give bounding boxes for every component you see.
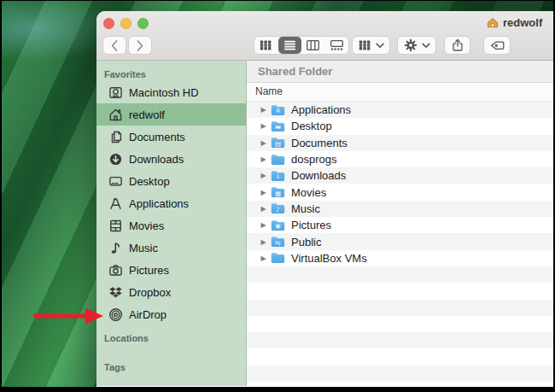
sidebar-item-movies[interactable]: Movies — [96, 214, 246, 237]
group-icon — [359, 40, 371, 50]
gear-icon — [404, 38, 418, 52]
sidebar-section-label-locations: Locations — [96, 331, 246, 345]
sidebar-section-label-favorites: Favorites — [96, 67, 246, 81]
sidebar-item-label: Music — [129, 242, 158, 255]
dropbox-icon — [108, 285, 123, 300]
sidebar-item-label: Downloads — [129, 153, 184, 166]
sidebar-item-downloads[interactable]: Downloads — [96, 148, 246, 170]
file-row-downloads[interactable]: ▶↓Downloads — [247, 167, 553, 184]
folder-applications-icon: A — [271, 104, 285, 116]
gallery-view-button[interactable] — [325, 37, 349, 54]
disclosure-triangle-icon[interactable]: ▶ — [259, 172, 268, 179]
zoom-button[interactable] — [137, 18, 149, 29]
disclosure-triangle-icon[interactable]: ▶ — [259, 122, 268, 130]
disclosure-triangle-icon[interactable]: ▶ — [259, 106, 268, 114]
icon-view-button[interactable] — [254, 37, 278, 54]
share-button[interactable] — [444, 36, 470, 55]
sidebar: FavoritesMacintosh HDredwolfDocumentsDow… — [96, 61, 247, 386]
file-row-desktop[interactable]: ▶▬Desktop — [247, 118, 553, 134]
file-row-pictures[interactable]: ▶◉Pictures — [247, 217, 553, 233]
sidebar-item-redwolf[interactable]: redwolf — [96, 103, 246, 126]
folder-music-icon: ♪ — [271, 202, 285, 214]
red-arrow-annotation — [27, 302, 108, 330]
folder-plain-icon — [271, 154, 285, 166]
sidebar-item-label: Dropbox — [129, 286, 171, 299]
sidebar-item-label: Applications — [129, 197, 189, 210]
desktop-wallpaper: redwolf — [2, 1, 553, 387]
file-row-movies[interactable]: ▶▦Movies — [247, 184, 553, 200]
disclosure-triangle-icon[interactable]: ▶ — [259, 221, 268, 229]
sidebar-item-applications[interactable]: Applications — [96, 192, 246, 214]
screenshot-frame: redwolf — [0, 0, 555, 392]
list-view-button[interactable] — [278, 37, 302, 54]
desktop-icon — [108, 174, 123, 189]
sidebar-item-label: AirDrop — [129, 308, 166, 321]
file-name-label: Downloads — [291, 169, 346, 182]
window-title[interactable]: redwolf — [487, 16, 542, 29]
window-title-label: redwolf — [503, 16, 542, 29]
tag-icon — [490, 39, 505, 52]
sidebar-item-music[interactable]: Music — [96, 237, 246, 259]
file-row-documents[interactable]: ▶▤Documents — [247, 135, 553, 151]
column-header-name[interactable]: Name — [247, 83, 553, 102]
folder-public-icon: ⇆ — [271, 236, 285, 248]
action-button[interactable] — [397, 36, 436, 55]
disclosure-triangle-icon[interactable]: ▶ — [259, 238, 268, 246]
sidebar-item-documents[interactable]: Documents — [96, 126, 246, 148]
titlebar[interactable]: redwolf — [96, 11, 553, 61]
sidebar-section-label-tags: Tags — [96, 360, 246, 374]
column-view-button[interactable] — [301, 37, 325, 54]
view-mode-segmented-control — [254, 36, 349, 55]
disclosure-triangle-icon[interactable]: ▶ — [259, 155, 268, 163]
music-icon — [108, 241, 123, 255]
chevron-down-icon — [422, 43, 430, 49]
sidebar-item-label: Movies — [129, 219, 164, 232]
forward-button[interactable] — [128, 36, 152, 55]
sidebar-item-label: Desktop — [129, 175, 170, 188]
tag-button[interactable] — [483, 36, 511, 55]
movies-icon — [108, 219, 123, 233]
disclosure-triangle-icon[interactable]: ▶ — [259, 139, 268, 147]
back-button[interactable] — [102, 36, 126, 55]
sidebar-item-label: Pictures — [129, 264, 169, 277]
disclosure-triangle-icon[interactable]: ▶ — [259, 205, 268, 213]
file-row-dosprogs[interactable]: ▶dosprogs — [247, 151, 553, 167]
folder-plain-icon — [271, 252, 285, 264]
documents-icon — [108, 130, 123, 144]
file-row-applications[interactable]: ▶AApplications — [247, 102, 553, 118]
folder-desktop-icon: ▬ — [271, 120, 285, 132]
file-row-public[interactable]: ▶⇆Public — [247, 233, 553, 249]
sidebar-item-desktop[interactable]: Desktop — [96, 170, 246, 192]
file-name-label: VirtualBox VMs — [291, 252, 367, 265]
pictures-icon — [108, 263, 123, 278]
file-name-label: Music — [291, 202, 320, 215]
sidebar-item-label: Macintosh HD — [129, 86, 199, 99]
file-name-label: Public — [291, 236, 321, 249]
group-button[interactable] — [352, 36, 390, 55]
disclosure-triangle-icon[interactable]: ▶ — [259, 189, 268, 196]
file-name-label: Pictures — [291, 219, 331, 231]
minimize-button[interactable] — [120, 18, 131, 29]
sidebar-item-airdrop[interactable]: AirDrop — [96, 303, 246, 325]
folder-pictures-icon: ◉ — [271, 219, 285, 231]
folder-documents-icon: ▤ — [271, 137, 285, 149]
nav-buttons — [102, 36, 152, 55]
file-name-label: Documents — [291, 137, 348, 149]
traffic-lights — [103, 18, 149, 29]
path-header: Shared Folder — [247, 61, 553, 83]
macintosh-hd-icon — [108, 85, 123, 100]
share-icon — [452, 38, 464, 52]
file-list-pane: Shared Folder Name ▶AApplications▶▬Deskt… — [247, 61, 553, 386]
file-row-music[interactable]: ▶♪Music — [247, 201, 553, 217]
home-proxy-icon — [487, 17, 499, 28]
sidebar-item-dropbox[interactable]: Dropbox — [96, 281, 246, 303]
file-name-label: Movies — [291, 186, 326, 199]
disclosure-triangle-icon[interactable]: ▶ — [259, 255, 268, 262]
sidebar-item-macintosh-hd[interactable]: Macintosh HD — [96, 81, 246, 103]
file-row-virtualbox-vms[interactable]: ▶VirtualBox VMs — [247, 250, 553, 266]
folder-downloads-icon: ↓ — [271, 170, 285, 182]
file-name-label: dosprogs — [291, 153, 336, 166]
chevron-down-icon — [376, 43, 384, 49]
sidebar-item-pictures[interactable]: Pictures — [96, 259, 246, 281]
close-button[interactable] — [103, 18, 114, 29]
